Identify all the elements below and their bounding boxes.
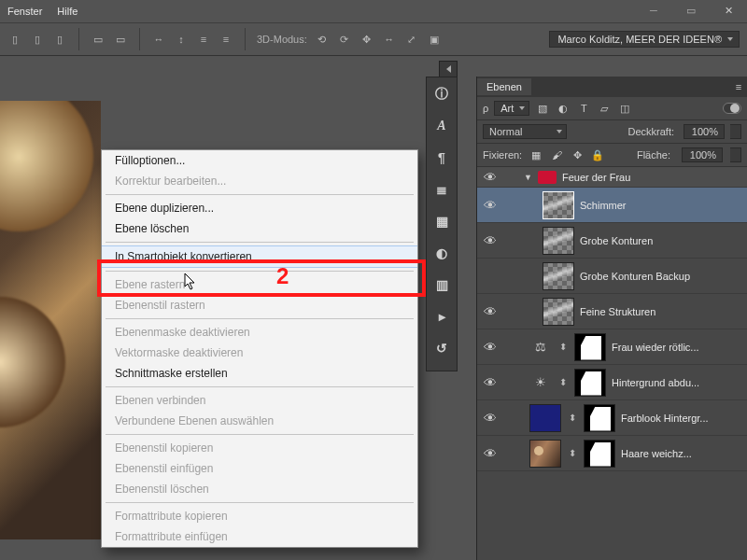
filter-kind-select[interactable]: Art <box>494 101 529 116</box>
3d-camera-icon[interactable]: ▣ <box>427 32 442 47</box>
layer-mask-thumbnail[interactable] <box>584 440 615 468</box>
layers-panel: Ebenen ≡ ρ Art ▧ ◐ T ▱ ◫ Normal Deckkraf… <box>476 77 747 560</box>
layer-grobe-konturen[interactable]: 👁 Grobe Konturen <box>477 223 747 259</box>
ctx-duplicate-layer[interactable]: Ebene duplizieren... <box>102 198 417 218</box>
spacing4-icon[interactable]: ≡ <box>218 32 233 47</box>
3d-roll-icon[interactable]: ⟳ <box>337 32 352 47</box>
ctx-create-clipping-mask[interactable]: Schnittmaske erstellen <box>102 363 417 384</box>
lock-row: Fixieren: ▦ 🖌 ✥ 🔒 Fläche: 100% <box>477 144 747 167</box>
blend-mode-select[interactable]: Normal <box>483 124 567 139</box>
layer-thumbnail[interactable] <box>529 404 561 432</box>
align-center-icon[interactable]: ▯ <box>30 32 45 47</box>
layer-mask-thumbnail[interactable] <box>574 369 606 397</box>
panel-menu-button[interactable]: ≡ <box>730 81 747 92</box>
layer-name[interactable]: Feine Strukturen <box>580 306 655 317</box>
visibility-toggle[interactable]: 👁 <box>481 340 500 355</box>
opacity-field[interactable]: 100% <box>684 124 725 139</box>
layer-name[interactable]: Grobe Konturen <box>580 235 653 246</box>
layer-name[interactable]: Hintergrund abdu... <box>612 377 699 388</box>
tab-ebenen[interactable]: Ebenen <box>477 78 531 95</box>
align-left-icon[interactable]: ▯ <box>7 32 22 47</box>
layer-name[interactable]: Schimmer <box>580 200 627 211</box>
paragraph-panel-icon[interactable]: ¶ <box>432 148 451 167</box>
fill-field[interactable]: 100% <box>682 147 723 162</box>
history-panel-icon[interactable]: ↺ <box>432 339 451 357</box>
lock-all-icon[interactable]: 🔒 <box>591 148 604 161</box>
link-icon: ⬍ <box>567 413 578 423</box>
visibility-toggle[interactable]: 👁 <box>481 411 500 426</box>
visibility-toggle[interactable]: 👁 <box>481 170 500 185</box>
3d-orbit-icon[interactable]: ⟲ <box>315 32 330 47</box>
layer-name[interactable]: Haare weichz... <box>621 448 692 459</box>
info-panel-icon[interactable]: ⓘ <box>432 85 451 104</box>
visibility-toggle[interactable]: 👁 <box>481 304 500 319</box>
layer-grobe-backup[interactable]: Grobe Konturen Backup <box>477 259 747 294</box>
visibility-toggle[interactable]: 👁 <box>481 233 500 248</box>
layer-mask-thumbnail[interactable] <box>584 404 615 432</box>
fill-stepper[interactable] <box>730 147 741 162</box>
spacing2-icon[interactable]: ↕ <box>174 32 189 47</box>
link-icon: ⬍ <box>557 377 569 387</box>
layers-list[interactable]: 👁 ▼ Feuer der Frau 👁 Schimmer 👁 Grobe Ko… <box>477 167 747 560</box>
group-collapse-icon[interactable]: ▼ <box>524 173 532 182</box>
actions-panel-icon[interactable]: ▸ <box>432 307 451 326</box>
visibility-toggle[interactable]: 👁 <box>481 446 500 461</box>
align-right-icon[interactable]: ▯ <box>52 32 67 47</box>
layer-thumbnail[interactable] <box>543 191 574 219</box>
layer-name[interactable]: Farblook Hintergr... <box>621 413 709 424</box>
layer-thumbnail[interactable] <box>543 262 574 290</box>
color-panel-icon[interactable]: ◐ <box>432 244 451 262</box>
swatches-panel-icon[interactable]: ▦ <box>432 212 451 231</box>
adjustments-panel-icon[interactable]: ▥ <box>432 275 451 294</box>
close-button[interactable]: ✕ <box>710 0 747 21</box>
layer-name[interactable]: Feuer der Frau <box>562 172 630 183</box>
distribute-v-icon[interactable]: ▭ <box>113 32 128 47</box>
menu-window[interactable]: Fenster <box>7 6 42 17</box>
layer-thumbnail[interactable] <box>543 227 574 255</box>
lock-pixels-icon[interactable]: 🖌 <box>550 148 563 161</box>
spacing-icon[interactable]: ↔ <box>151 32 166 47</box>
workspace-selector[interactable]: Marco Kolditz, MEER DER IDEEN® <box>549 31 740 48</box>
styles-panel-icon[interactable]: ≣ <box>432 180 451 199</box>
filter-shape-icon[interactable]: ▱ <box>597 101 612 116</box>
character-panel-icon[interactable]: A <box>432 117 451 135</box>
layer-schimmer[interactable]: 👁 Schimmer <box>477 188 747 223</box>
filter-type-icon[interactable]: T <box>576 101 591 116</box>
3d-slide-icon[interactable]: ↔ <box>382 32 397 47</box>
ctx-fill-options[interactable]: Fülloptionen... <box>102 150 417 171</box>
filter-pixel-icon[interactable]: ▧ <box>535 101 550 116</box>
menu-help[interactable]: Hilfe <box>57 6 78 17</box>
filter-toggle[interactable] <box>723 103 741 114</box>
layer-group-feuer[interactable]: 👁 ▼ Feuer der Frau <box>477 167 747 188</box>
layer-context-menu: Fülloptionen... Korrektur bearbeiten... … <box>101 149 418 548</box>
layer-frau-roetlich[interactable]: 👁 ⚖ ⬍ Frau wieder rötlic... <box>477 329 747 365</box>
cursor-context-icon <box>183 273 198 291</box>
3d-zoom-icon[interactable]: ⤢ <box>404 32 419 47</box>
layer-haare[interactable]: 👁 ⬍ Haare weichz... <box>477 436 747 471</box>
visibility-toggle[interactable]: 👁 <box>481 375 500 390</box>
opacity-stepper[interactable] <box>730 124 741 139</box>
dock-expand-button[interactable] <box>439 61 458 77</box>
layer-hintergrund-abdu[interactable]: 👁 ☀ ⬍ Hintergrund abdu... <box>477 365 747 400</box>
3d-pan-icon[interactable]: ✥ <box>359 32 374 47</box>
layer-name[interactable]: Grobe Konturen Backup <box>580 271 690 282</box>
layer-farblook[interactable]: 👁 ⬍ Farblook Hintergr... <box>477 400 747 436</box>
maximize-button[interactable]: ▭ <box>672 0 710 21</box>
filter-adjust-icon[interactable]: ◐ <box>556 101 571 116</box>
ctx-delete-layer[interactable]: Ebene löschen <box>102 218 417 239</box>
layer-mask-thumbnail[interactable] <box>574 333 606 361</box>
layer-feine-strturukturen[interactable]: 👁 Feine Strukturen <box>477 294 747 329</box>
lock-position-icon[interactable]: ✥ <box>571 148 584 161</box>
spacing3-icon[interactable]: ≡ <box>196 32 211 47</box>
layer-thumbnail[interactable] <box>543 298 574 326</box>
lock-transparency-icon[interactable]: ▦ <box>529 148 543 161</box>
ctx-copy-format: Formattribute kopieren <box>102 506 417 526</box>
distribute-h-icon[interactable]: ▭ <box>91 32 106 47</box>
layer-thumbnail[interactable] <box>529 440 561 468</box>
document-canvas[interactable] <box>0 101 101 539</box>
visibility-toggle[interactable]: 👁 <box>481 198 500 213</box>
minimize-button[interactable]: ─ <box>635 0 672 21</box>
filter-smart-icon[interactable]: ◫ <box>617 101 632 116</box>
ctx-rasterize-style: Ebenenstil rastern <box>102 295 417 315</box>
layer-name[interactable]: Frau wieder rötlic... <box>612 342 699 353</box>
